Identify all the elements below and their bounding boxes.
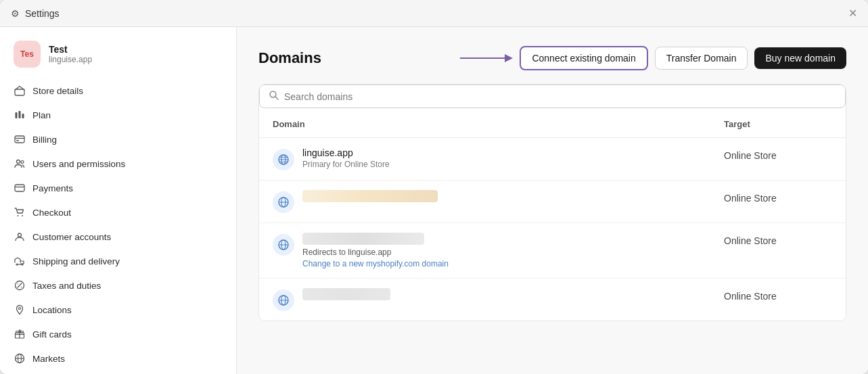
sidebar-item-label: Gift cards: [32, 329, 72, 340]
sidebar-item-plan[interactable]: Plan: [5, 103, 231, 127]
gift-icon: [14, 328, 26, 340]
domain-blur-text: [302, 190, 438, 202]
content-header: Domains Connect existing domain Transfer…: [258, 46, 846, 70]
sidebar-item-label: Markets: [32, 354, 65, 364]
buy-domain-button[interactable]: Buy new domain: [754, 47, 846, 69]
row-target: Online Store: [724, 190, 832, 204]
row-domain: [273, 190, 724, 213]
locations-icon: [14, 304, 26, 316]
globe-icon: [273, 149, 294, 170]
titlebar: ⚙ Settings ✕: [0, 0, 868, 27]
th-target: Target: [724, 119, 832, 129]
sidebar: Tes Test linguise.app Store details: [0, 27, 237, 374]
sidebar-item-label: Users and permissions: [32, 159, 125, 169]
svg-point-12: [16, 264, 18, 265]
sidebar-item-shipping-delivery[interactable]: Shipping and delivery: [5, 249, 231, 273]
svg-point-10: [22, 215, 23, 216]
svg-rect-3: [22, 114, 24, 118]
row-domain: linguise.app Primary for Online Store: [273, 147, 724, 170]
domain-sub: Primary for Online Store: [302, 160, 390, 169]
svg-rect-4: [15, 136, 24, 143]
table-header: Domain Target: [259, 111, 846, 138]
change-myshopify-link[interactable]: Change to a new myshopify.com domain: [302, 259, 449, 268]
connect-domain-button[interactable]: Connect existing domain: [520, 46, 647, 70]
sidebar-item-label: Payments: [32, 183, 73, 193]
svg-point-7: [21, 161, 24, 164]
domain-blur-text: [302, 288, 390, 300]
customer-icon: [14, 231, 26, 243]
checkout-icon: [14, 206, 26, 218]
settings-icon: ⚙: [11, 8, 20, 19]
domain-info: linguise.app Primary for Online Store: [302, 147, 390, 169]
svg-point-6: [17, 160, 20, 164]
sidebar-item-markets[interactable]: Markets: [5, 346, 231, 371]
sidebar-nav: Store details Plan: [0, 78, 236, 371]
svg-rect-2: [19, 111, 21, 118]
domain-blur-text: [302, 233, 424, 245]
titlebar-title: Settings: [25, 8, 848, 19]
main-layout: Tes Test linguise.app Store details: [0, 27, 868, 374]
row-target: Online Store: [724, 288, 832, 302]
close-button[interactable]: ✕: [848, 8, 857, 19]
sidebar-item-label: Billing: [32, 135, 57, 145]
avatar: Tes: [14, 41, 41, 68]
sidebar-item-label: Locations: [32, 305, 72, 315]
search-bar: [259, 85, 846, 108]
svg-marker-22: [505, 54, 513, 62]
store-icon: [14, 85, 26, 97]
domain-name: linguise.app: [302, 147, 390, 158]
sidebar-item-label: Plan: [32, 110, 51, 120]
sidebar-item-users-permissions[interactable]: Users and permissions: [5, 151, 231, 176]
domain-info: [302, 288, 390, 302]
sidebar-item-store-details[interactable]: Store details: [5, 78, 231, 103]
sidebar-item-billing[interactable]: Billing: [5, 127, 231, 151]
svg-rect-0: [15, 89, 24, 95]
sidebar-item-payments[interactable]: Payments: [5, 176, 231, 200]
svg-rect-17: [16, 331, 19, 333]
sidebar-item-locations[interactable]: Locations: [5, 298, 231, 322]
users-icon: [14, 158, 26, 170]
page-title: Domains: [258, 49, 321, 67]
sidebar-item-checkout[interactable]: Checkout: [5, 200, 231, 225]
sidebar-item-label: Customer accounts: [32, 232, 111, 242]
sidebar-item-label: Checkout: [32, 208, 71, 218]
row-target: Online Store: [724, 233, 832, 246]
sidebar-profile: Tes Test linguise.app: [0, 27, 236, 78]
globe-icon: [273, 191, 294, 213]
row-target: Online Store: [724, 147, 832, 161]
sidebar-item-label: Shipping and delivery: [32, 256, 120, 266]
sidebar-item-label: Taxes and duties: [32, 281, 101, 291]
profile-info: Test linguise.app: [49, 44, 92, 64]
sidebar-item-gift-cards[interactable]: Gift cards: [5, 322, 231, 346]
svg-rect-18: [21, 331, 24, 333]
billing-icon: [14, 133, 26, 145]
svg-point-11: [18, 233, 22, 237]
table-row: Online Store: [259, 181, 846, 223]
payments-icon: [14, 182, 26, 194]
svg-rect-1: [16, 112, 18, 118]
domain-info: [302, 190, 438, 204]
table-row: Redirects to linguise.app Change to a ne…: [259, 223, 846, 279]
search-input[interactable]: [284, 91, 836, 102]
sidebar-item-label: Store details: [32, 86, 83, 96]
profile-domain: linguise.app: [49, 55, 92, 64]
sidebar-item-taxes-duties[interactable]: Taxes and duties: [5, 273, 231, 298]
shipping-icon: [14, 255, 26, 267]
table-row: Online Store: [259, 279, 846, 321]
header-actions: Connect existing domain Transfer Domain …: [459, 46, 846, 70]
table-row: linguise.app Primary for Online Store On…: [259, 138, 846, 181]
globe-icon: [273, 234, 294, 256]
domain-info: Redirects to linguise.app Change to a ne…: [302, 233, 449, 268]
profile-name: Test: [49, 44, 92, 55]
globe-icon: [273, 289, 294, 311]
row-domain: Redirects to linguise.app Change to a ne…: [273, 233, 724, 268]
svg-rect-5: [16, 140, 19, 141]
transfer-domain-button[interactable]: Transfer Domain: [655, 47, 748, 70]
svg-point-13: [22, 264, 23, 265]
domain-table: Domain Target: [258, 84, 846, 321]
taxes-icon: [14, 279, 26, 291]
sidebar-item-customer-accounts[interactable]: Customer accounts: [5, 225, 231, 249]
svg-point-15: [19, 308, 21, 310]
settings-window: ⚙ Settings ✕ Tes Test linguise.app: [0, 0, 868, 374]
markets-icon: [14, 352, 26, 365]
